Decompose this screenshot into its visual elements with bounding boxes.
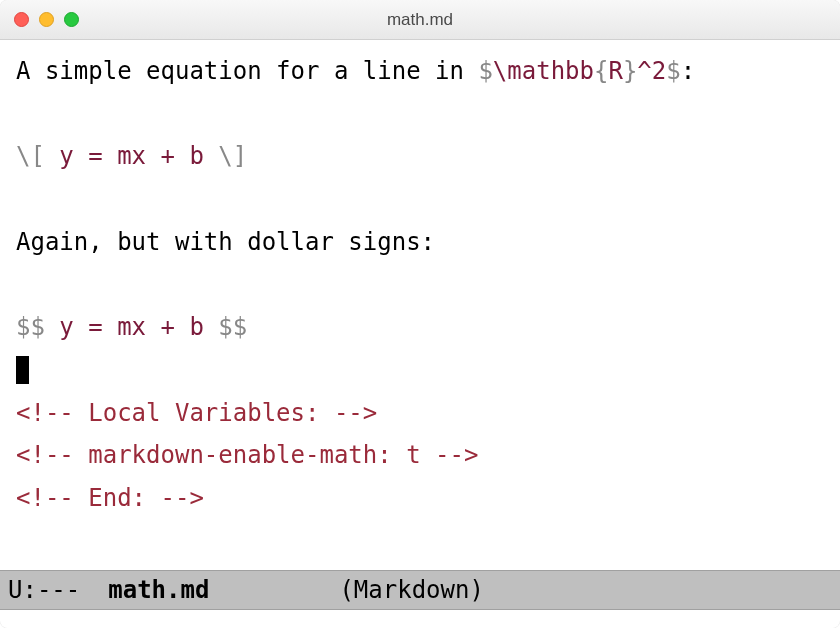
math-delimiter: $$	[16, 313, 45, 341]
comment-body: Local Variables:	[74, 399, 334, 427]
titlebar[interactable]: math.md	[0, 0, 840, 40]
comment-open: <!--	[16, 399, 74, 427]
plain-text: A simple equation for a line in	[16, 57, 478, 85]
text-line: A simple equation for a line in $\mathbb…	[16, 57, 695, 85]
text-line: \[ y = mx + b \]	[16, 142, 247, 170]
math-body: y = mx + b	[45, 313, 218, 341]
minimize-icon[interactable]	[39, 12, 54, 27]
minibuffer[interactable]	[0, 610, 840, 628]
comment-open: <!--	[16, 441, 74, 469]
modeline-status: U:---	[8, 576, 80, 604]
math-delimiter: \[	[16, 142, 45, 170]
comment-line: <!-- End: -->	[16, 484, 204, 512]
editor-area[interactable]: A simple equation for a line in $\mathbb…	[0, 40, 840, 570]
comment-body: End:	[74, 484, 161, 512]
comment-line: <!-- markdown-enable-math: t -->	[16, 441, 478, 469]
comment-close: -->	[435, 441, 478, 469]
math-delimiter: \]	[218, 142, 247, 170]
comment-close: -->	[161, 484, 204, 512]
comment-body: markdown-enable-math: t	[74, 441, 435, 469]
math-brace: {	[594, 57, 608, 85]
text-line: Again, but with dollar signs:	[16, 228, 435, 256]
emacs-window: math.md A simple equation for a line in …	[0, 0, 840, 628]
modeline[interactable]: U:--- math.md (Markdown)	[0, 570, 840, 610]
math-body: y = mx + b	[45, 142, 218, 170]
close-icon[interactable]	[14, 12, 29, 27]
math-delimiter: $$	[218, 313, 247, 341]
math-keyword: \mathbb	[493, 57, 594, 85]
math-op: ^	[637, 57, 651, 85]
math-brace: }	[623, 57, 637, 85]
math-var: R	[608, 57, 622, 85]
cursor	[16, 356, 29, 384]
comment-open: <!--	[16, 484, 74, 512]
traffic-lights	[14, 12, 79, 27]
window-title: math.md	[0, 10, 840, 30]
zoom-icon[interactable]	[64, 12, 79, 27]
modeline-buffer-name: math.md	[108, 576, 209, 604]
math-num: 2	[652, 57, 666, 85]
plain-text: :	[681, 57, 695, 85]
modeline-mode: (Markdown)	[339, 576, 484, 604]
text-line: $$ y = mx + b $$	[16, 313, 247, 341]
math-delimiter: $	[478, 57, 492, 85]
math-delimiter: $	[666, 57, 680, 85]
comment-line: <!-- Local Variables: -->	[16, 399, 377, 427]
comment-close: -->	[334, 399, 377, 427]
